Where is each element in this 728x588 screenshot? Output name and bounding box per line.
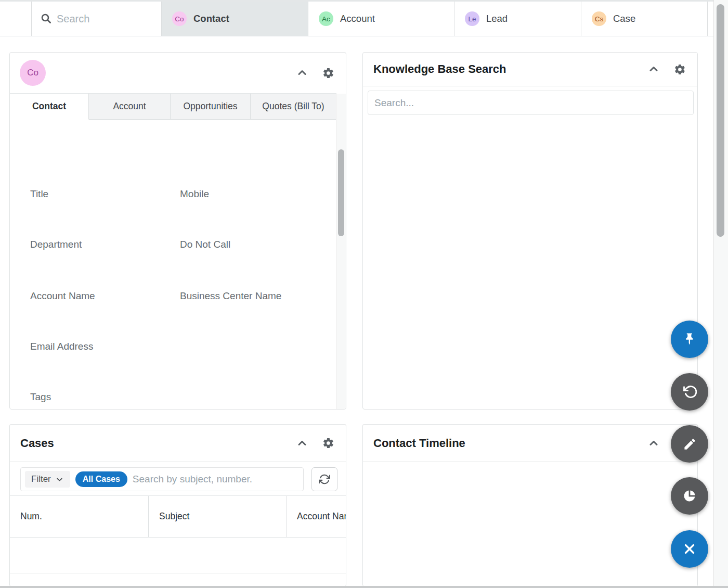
topbar-tab-lead[interactable]: Le Lead bbox=[454, 2, 581, 36]
kb-panel-header: Knowledge Base Search bbox=[363, 53, 697, 86]
kb-search-input[interactable] bbox=[368, 91, 694, 115]
reset-dashboard-button[interactable] bbox=[671, 373, 708, 411]
chevron-up-icon bbox=[296, 437, 308, 450]
kb-panel-title: Knowledge Base Search bbox=[373, 62, 506, 76]
account-module-icon: Ac bbox=[319, 11, 333, 26]
cases-table-header: Num. Subject Account Name bbox=[10, 495, 346, 538]
page-scrollbar-thumb[interactable] bbox=[717, 4, 724, 237]
field-label-tags: Tags bbox=[30, 391, 51, 403]
contact-module-icon: Co bbox=[172, 11, 187, 26]
refresh-icon bbox=[319, 474, 330, 485]
topbar-tab-account[interactable]: Ac Account bbox=[308, 2, 454, 36]
chevron-up-icon bbox=[647, 63, 660, 75]
tab-quotes-bill-to[interactable]: Quotes (Bill To) bbox=[251, 94, 336, 120]
gear-icon bbox=[674, 63, 686, 75]
cases-panel-title: Cases bbox=[20, 437, 54, 450]
topbar-tab-label: Account bbox=[340, 13, 375, 24]
field-label-account-name: Account Name bbox=[30, 290, 95, 302]
chevron-down-icon bbox=[55, 475, 64, 484]
pie-chart-icon bbox=[682, 489, 697, 503]
lead-module-icon: Le bbox=[465, 11, 479, 26]
page-scrollbar-track bbox=[713, 0, 728, 588]
field-label-department: Department bbox=[30, 239, 82, 250]
close-icon bbox=[682, 541, 697, 557]
topbar-spacer bbox=[0, 2, 32, 36]
knowledge-base-panel: Knowledge Base Search bbox=[362, 52, 698, 410]
topbar-search-input[interactable] bbox=[57, 13, 145, 25]
collapse-panel-button[interactable] bbox=[296, 67, 308, 79]
timeline-panel-title: Contact Timeline bbox=[373, 437, 465, 450]
tab-account[interactable]: Account bbox=[89, 94, 171, 120]
viewport-bottom-edge bbox=[0, 586, 728, 588]
contact-avatar: Co bbox=[20, 60, 46, 86]
timeline-panel-header: Contact Timeline bbox=[363, 425, 697, 462]
panel-settings-button[interactable] bbox=[673, 63, 686, 75]
column-header-account-name[interactable]: Account Name bbox=[287, 496, 346, 537]
empty-table-row bbox=[10, 573, 346, 573]
chevron-up-icon bbox=[296, 67, 308, 79]
field-label-email-address: Email Address bbox=[30, 341, 93, 352]
refresh-cases-button[interactable] bbox=[311, 467, 337, 491]
contact-panel-scrollbar-thumb[interactable] bbox=[338, 149, 344, 236]
search-icon bbox=[40, 12, 53, 25]
panel-settings-button[interactable] bbox=[322, 67, 334, 79]
topbar-search[interactable] bbox=[32, 2, 162, 36]
close-button[interactable] bbox=[671, 530, 708, 568]
contact-record-panel: Co Contact Account Opportunities Quotes … bbox=[9, 52, 346, 410]
cases-panel-header: Cases bbox=[10, 425, 346, 462]
rotate-ccw-icon bbox=[682, 385, 697, 399]
tab-contact[interactable]: Contact bbox=[10, 94, 89, 120]
gear-icon bbox=[322, 67, 334, 79]
topbar-tab-label: Contact bbox=[193, 13, 229, 24]
collapse-panel-button[interactable] bbox=[296, 437, 308, 450]
filter-value-pill[interactable]: All Cases bbox=[75, 471, 127, 487]
collapse-panel-button[interactable] bbox=[647, 63, 660, 75]
chevron-up-icon bbox=[647, 437, 660, 450]
field-label-title: Title bbox=[30, 188, 48, 200]
filter-label: Filter bbox=[31, 474, 51, 484]
cases-search-bar: Filter All Cases bbox=[20, 467, 304, 491]
pencil-icon bbox=[683, 437, 697, 451]
topbar-tab-label: Case bbox=[613, 13, 635, 24]
pin-dashboard-button[interactable] bbox=[671, 321, 708, 358]
topbar-tab-case[interactable]: Cs Case bbox=[581, 2, 708, 36]
field-label-mobile: Mobile bbox=[180, 188, 209, 200]
contact-panel-header: Co bbox=[10, 53, 346, 93]
cases-search-input[interactable] bbox=[133, 474, 299, 485]
collapse-panel-button[interactable] bbox=[647, 437, 660, 450]
pushpin-icon bbox=[682, 331, 697, 347]
cases-panel: Cases Filter All Cases bbox=[9, 424, 346, 586]
contact-panel-tabs: Contact Account Opportunities Quotes (Bi… bbox=[10, 93, 336, 120]
edit-dashboard-button[interactable] bbox=[671, 425, 708, 463]
field-label-do-not-call: Do Not Call bbox=[180, 239, 230, 250]
panel-settings-button[interactable] bbox=[322, 437, 334, 450]
filter-dropdown-button[interactable]: Filter bbox=[25, 471, 70, 488]
column-header-subject[interactable]: Subject bbox=[149, 496, 287, 537]
topbar-tab-label: Lead bbox=[486, 13, 508, 24]
column-header-num[interactable]: Num. bbox=[10, 496, 149, 537]
contact-panel-scrollbar-track bbox=[336, 94, 346, 409]
case-module-icon: Cs bbox=[592, 11, 606, 26]
contact-timeline-panel: Contact Timeline bbox=[362, 424, 698, 586]
field-label-business-center-name: Business Center Name bbox=[180, 290, 281, 302]
topbar-tab-contact[interactable]: Co Contact bbox=[162, 2, 308, 36]
quick-search-bar: Co Contact Ac Account Le Lead Cs Case bbox=[0, 0, 713, 36]
tab-opportunities[interactable]: Opportunities bbox=[171, 94, 251, 120]
gear-icon bbox=[322, 437, 334, 449]
chart-button[interactable] bbox=[671, 477, 708, 515]
